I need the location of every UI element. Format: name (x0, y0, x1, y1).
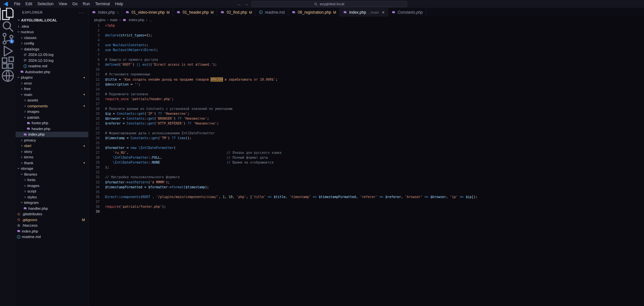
code-line-19[interactable]: 19$ip = Constants::get('IP') ?? 'Неизвес… (89, 111, 644, 116)
line-number[interactable]: 9 (89, 62, 100, 67)
folder-terms[interactable]: ›terms (16, 154, 88, 160)
code-line-16[interactable]: 16require_once 'patrials/header.php'; (89, 97, 644, 101)
breadcrumb-item[interactable]: ... (149, 18, 152, 22)
code-line-28[interactable]: 28 \IntlDateFormatter::FULL, // Полный ф… (89, 155, 644, 160)
command-center[interactable]: axyglobal.local (252, 1, 407, 7)
menu-terminal[interactable]: Terminal (92, 0, 112, 8)
close-icon[interactable]: × (382, 10, 384, 15)
code-line-9[interactable]: 9defined('ROOT') || exit('Direct access … (89, 62, 644, 67)
code-line-20[interactable]: 20$browser = Constants::get('BROWSER') ?… (89, 116, 644, 121)
line-number[interactable]: 35 (89, 190, 100, 194)
breadcrumb-item[interactable]: main (110, 18, 118, 22)
code-line-11[interactable]: 11# Установите переменные (89, 72, 644, 77)
line-number[interactable]: 29 (89, 160, 100, 165)
file-handler.php[interactable]: handler.php (16, 206, 88, 211)
line-number[interactable]: 15 (89, 92, 100, 97)
code-line-12[interactable]: 12$title = 'Как создать онлайн доход на … (89, 77, 644, 82)
code-line-2[interactable]: 2 (89, 28, 644, 33)
folder-storage[interactable]: ›storage (16, 166, 88, 172)
line-number[interactable]: 30 (89, 165, 100, 170)
line-number[interactable]: 17 (89, 101, 100, 106)
line-number[interactable]: 28 (89, 155, 100, 160)
line-number[interactable]: 31 (89, 170, 100, 175)
folder-classes[interactable]: ›classes (16, 35, 88, 41)
tab-06_registration.php[interactable]: 06_registration.phpM (288, 8, 340, 17)
menu-selection[interactable]: Selection (35, 0, 56, 8)
code-line-34[interactable]: 34$timestampFormatted = $formatter->form… (89, 185, 644, 190)
code-line-10[interactable]: 10 (89, 67, 644, 72)
code-line-36[interactable]: 36Direct::components(ROOT . '/plugins/ma… (89, 194, 644, 199)
folder-story[interactable]: ›story (16, 149, 88, 154)
code-line-5[interactable]: 5use Nucleus\Constants; (89, 43, 644, 47)
breadcrumb-item[interactable]: plugins (94, 18, 105, 22)
line-number[interactable]: 24 (89, 136, 100, 140)
line-number[interactable]: 16 (89, 97, 100, 101)
line-number[interactable]: 5 (89, 43, 100, 47)
code-line-26[interactable]: 26$formatter = new \IntlDateFormatter( (89, 145, 644, 150)
folder-nucleus[interactable]: ›nucleus (16, 29, 88, 35)
folder-components[interactable]: ›components● (16, 103, 88, 109)
code-line-14[interactable]: 14 (89, 87, 644, 92)
file-footer.php[interactable]: footer.php (16, 120, 88, 126)
folder-free[interactable]: ›free (16, 86, 88, 92)
code-line-27[interactable]: 27 'ru_RU', // Локаль для русского языка (89, 150, 644, 155)
code-line-37[interactable]: 37 (89, 199, 644, 204)
folder-telegram[interactable]: ›telegram (16, 200, 88, 206)
line-number[interactable]: 23 (89, 131, 100, 136)
line-number[interactable]: 2 (89, 28, 100, 33)
file-header.php[interactable]: header.php (16, 126, 88, 132)
code-line-21[interactable]: 21$referer = Constants::get('HTTP_REFERE… (89, 121, 644, 126)
line-number[interactable]: 22 (89, 126, 100, 131)
code-line-29[interactable]: 29 \IntlDateFormatter::NONE // Время не … (89, 160, 644, 165)
line-number[interactable]: 26 (89, 145, 100, 150)
folder-start[interactable]: ›start● (16, 143, 88, 149)
line-number[interactable]: 33 (89, 180, 100, 185)
file-.gitignore[interactable]: .gitignoreM (16, 217, 88, 223)
line-number[interactable]: 27 (89, 150, 100, 155)
tab-index.php[interactable]: index.php...\main× (340, 8, 388, 17)
menu-view[interactable]: View (56, 0, 70, 8)
code-line-7[interactable]: 7 (89, 52, 644, 57)
line-number[interactable]: 4 (89, 38, 100, 43)
file-.gitattributes[interactable]: .gitattributes (16, 211, 88, 217)
code-line-17[interactable]: 17 (89, 101, 644, 106)
folder-fonts[interactable]: ›fonts (16, 177, 88, 183)
menu-run[interactable]: Run (80, 0, 92, 8)
code-line-25[interactable]: 25 (89, 140, 644, 145)
file-.htaccess[interactable]: .htaccess (16, 223, 88, 229)
tab-index.php[interactable]: index.php.\ (89, 8, 122, 17)
line-number[interactable]: 7 (89, 52, 100, 57)
code-line-6[interactable]: 6use Nucleus\Helpers\Direct; (89, 47, 644, 52)
line-number[interactable]: 39 (89, 209, 100, 214)
activity-remote-explorer[interactable] (0, 70, 16, 82)
folder-styles[interactable]: ›styles (16, 194, 88, 200)
line-number[interactable]: 1 (89, 23, 100, 28)
folder-main[interactable]: ›main● (16, 92, 88, 98)
line-number[interactable]: 38 (89, 204, 100, 209)
code-line-3[interactable]: 3declare(strict_types=1); (89, 33, 644, 38)
line-number[interactable]: 6 (89, 47, 100, 52)
line-number[interactable]: 36 (89, 194, 100, 199)
folder-assets[interactable]: ›assets (16, 98, 88, 103)
line-number[interactable]: 19 (89, 111, 100, 116)
nav-forward-icon[interactable]: → (244, 2, 249, 7)
code-line-23[interactable]: 23# Форматирование даты с использованием… (89, 131, 644, 136)
file-readme.md[interactable]: readme.md (16, 63, 88, 69)
file-Autoloader.php[interactable]: Autoloader.php (16, 69, 88, 75)
file-index.php[interactable]: index.php (16, 228, 88, 234)
code-line-32[interactable]: 32// Настройка пользовательского формата (89, 175, 644, 180)
code-line-35[interactable]: 35 (89, 190, 644, 194)
code-line-39[interactable]: 39 (89, 209, 644, 214)
line-number[interactable]: 20 (89, 116, 100, 121)
code-line-38[interactable]: 38require('patrials/footer.php'); (89, 204, 644, 209)
code-line-13[interactable]: 13$description = ''; (89, 82, 644, 87)
code-line-31[interactable]: 31 (89, 170, 644, 175)
folder-error[interactable]: ›error (16, 80, 88, 86)
more-actions-icon[interactable]: ··· (79, 10, 84, 15)
tab-readme.md[interactable]: readme.md (255, 8, 288, 17)
folder-config[interactable]: ›config (16, 41, 88, 47)
folder-.idea[interactable]: ›.idea (16, 23, 88, 29)
line-number[interactable]: 34 (89, 185, 100, 190)
code-line-30[interactable]: 30); (89, 165, 644, 170)
tab-02_find.php[interactable]: 02_find.phpM (217, 8, 255, 17)
